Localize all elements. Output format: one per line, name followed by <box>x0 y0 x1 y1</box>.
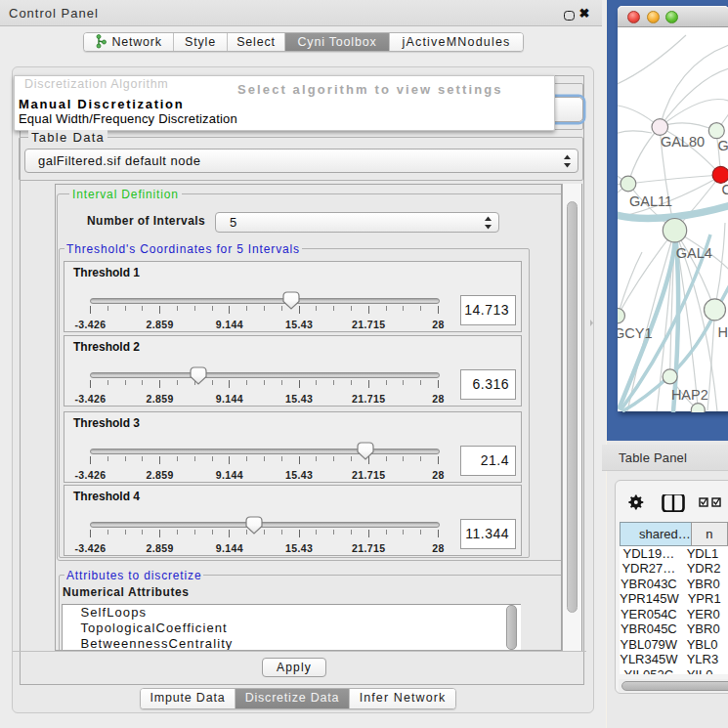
svg-text:GAL4: GAL4 <box>675 245 711 261</box>
svg-text:H: H <box>717 324 727 340</box>
svg-text:HAP2: HAP2 <box>670 386 707 402</box>
svg-text:GA: GA <box>717 138 728 153</box>
svg-text:GAL11: GAL11 <box>629 193 672 209</box>
svg-text:GAL80: GAL80 <box>660 134 704 150</box>
svg-text:C: C <box>721 182 728 197</box>
svg-text:GCY1: GCY1 <box>618 324 653 340</box>
